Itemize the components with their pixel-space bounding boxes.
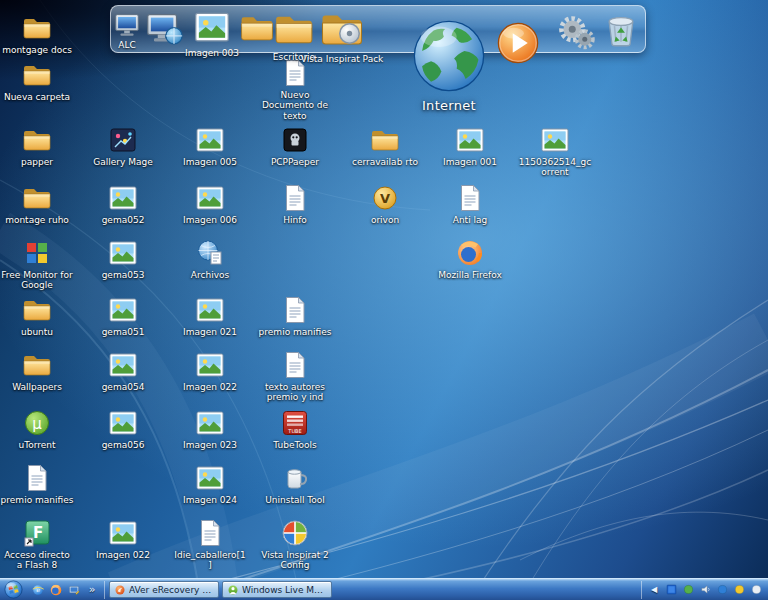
desktop-icon-label: texto autores premio y ind	[258, 382, 332, 403]
dock-item-my-computer[interactable]: ALC	[112, 9, 142, 43]
desktop-icon-hinfo[interactable]: Hinfo	[258, 180, 332, 225]
desktop-icon-label: Free Monitor for Google	[0, 270, 74, 291]
folder-icon	[0, 180, 74, 214]
desktop-icon-gema053[interactable]: gema053	[86, 235, 160, 280]
desktop-icon-label: Imagen 022	[173, 382, 247, 392]
tube-icon: TUBE	[258, 405, 332, 439]
task-aver-erecovery[interactable]: AVer eRecovery Man...	[109, 581, 219, 598]
tray-yellow-status-icon[interactable]	[732, 583, 746, 597]
desktop-icon-anti-lag[interactable]: Anti lag	[433, 180, 507, 225]
aver-icon	[114, 584, 126, 596]
image-icon	[173, 292, 247, 326]
desktop-icon-montage-ruho[interactable]: montage ruho	[0, 180, 74, 225]
desktop-icon-imagen-024[interactable]: Imagen 024	[173, 460, 247, 505]
desktop-icon-cerravailab-rto[interactable]: cerravailab rto	[348, 122, 422, 167]
text-icon	[433, 180, 507, 214]
image-icon	[173, 460, 247, 494]
desktop-icon-utorrent[interactable]: µuTorrent	[0, 405, 74, 450]
desktop-icon-orivon[interactable]: Vorivon	[348, 180, 422, 225]
desktop-icon-premio-manifies[interactable]: premio manifies	[258, 292, 332, 337]
desktop-icon-texto-autores-premio-y-ind[interactable]: texto autores premio y ind	[258, 347, 332, 403]
desktop-icon-idie-caballero-1[interactable]: Idie_caballero[1]	[173, 515, 247, 571]
task-windows-live-messenger[interactable]: Windows Live Messen...	[222, 581, 332, 598]
desktop-icon-imagen-021[interactable]: Imagen 021	[173, 292, 247, 337]
desktop-icon-label: Imagen 023	[173, 440, 247, 450]
fourgrid-icon	[0, 235, 74, 269]
desktop-icon-gema052[interactable]: gema052	[86, 180, 160, 225]
dock-item-imagen-003[interactable]: Imagen 003	[192, 7, 232, 51]
desktop-icon-label: cerravailab rto	[348, 157, 422, 167]
desktop-icon-label: TubeTools	[258, 440, 332, 450]
desktop-icon-imagen-001[interactable]: Imagen 001	[433, 122, 507, 167]
image-icon	[433, 122, 507, 156]
dock-item-documents-folder[interactable]	[238, 9, 276, 51]
folder-icon	[272, 7, 316, 55]
utorrent-icon: µ	[0, 405, 74, 439]
flash-icon: F	[0, 515, 74, 549]
desktop-icon-tubetools[interactable]: TUBETubeTools	[258, 405, 332, 450]
desktop-icon-premio-manifies[interactable]: premio manifies	[0, 460, 74, 505]
desktop-icon-free-monitor-for-google[interactable]: Free Monitor for Google	[0, 235, 74, 291]
desktop-icon-imagen-006[interactable]: Imagen 006	[173, 180, 247, 225]
computer2-icon	[144, 7, 184, 51]
desktop-icon-label: PCPPaeper	[258, 157, 332, 167]
dock-item-media-player[interactable]	[494, 19, 542, 71]
desktop-icon-label: gema053	[86, 270, 160, 280]
player-icon	[494, 19, 542, 71]
image-icon	[173, 405, 247, 439]
tray-white-status-icon[interactable]	[749, 583, 763, 597]
desktop-icon-uninstall-tool[interactable]: Uninstall Tool	[258, 460, 332, 505]
desktop-icon-vista-inspirat-2-config[interactable]: Vista Inspirat 2 Config	[258, 515, 332, 571]
desktop-icon-label: Idie_caballero[1]	[173, 550, 247, 571]
folder-icon	[0, 57, 74, 91]
dock-item-internet-globe[interactable]: Internet	[408, 15, 490, 101]
desktop-icon-papper[interactable]: papper	[0, 122, 74, 167]
foldercd-icon	[318, 5, 366, 57]
tray-blue-status-icon[interactable]	[715, 583, 729, 597]
desktop-icon-mozilla-firefox[interactable]: Mozilla Firefox	[433, 235, 507, 280]
cup-icon	[258, 460, 332, 494]
folder-icon	[348, 122, 422, 156]
desktop-icon-nuevo-documento-de-texto[interactable]: Nuevo Documento de texto	[258, 55, 332, 121]
desktop-icon-acceso-directo-a-flash-8[interactable]: F Acceso directo a Flash 8	[0, 515, 74, 571]
image-icon	[86, 235, 160, 269]
firefox-quicklaunch[interactable]	[48, 582, 64, 598]
text-icon	[258, 180, 332, 214]
svg-text:F: F	[33, 524, 43, 542]
dock-item-network-computer[interactable]	[144, 7, 184, 51]
tray-volume-icon[interactable]	[698, 583, 712, 597]
desktop-icon-imagen-022[interactable]: Imagen 022	[173, 347, 247, 392]
desktop-icon-gema051[interactable]: gema051	[86, 292, 160, 337]
start-button[interactable]	[0, 579, 26, 600]
system-tray: ◀	[641, 581, 768, 599]
desktop-icon-pcppaeper[interactable]: PCPPaeper	[258, 122, 332, 167]
tray-collapse-chevron[interactable]: ◀	[647, 583, 661, 597]
desktop-icon-gallery-mage[interactable]: Gallery Mage	[86, 122, 160, 167]
dock-item-vista-inspirat-pack-folder[interactable]: Vista Inspirat Pack	[318, 5, 366, 57]
desktop-icon-archivos[interactable]: Archivos	[173, 235, 247, 280]
desktop-icon-ubuntu[interactable]: ubuntu	[0, 292, 74, 337]
tray-green-status-icon[interactable]	[681, 583, 695, 597]
desktop-icon-label: Imagen 005	[173, 157, 247, 167]
desktop-icon-label: ubuntu	[0, 327, 74, 337]
text-icon	[0, 460, 74, 494]
quicklaunch-overflow-chevron[interactable]: »	[84, 582, 100, 598]
desktop-icon-imagen-005[interactable]: Imagen 005	[173, 122, 247, 167]
dock-item-escritorio-folder[interactable]: Escritorio	[272, 7, 316, 55]
dock-item-control-panel-gears[interactable]	[556, 13, 596, 57]
tray-blue-app-icon[interactable]	[664, 583, 678, 597]
desktop-icon-gema056[interactable]: gema056	[86, 405, 160, 450]
image-icon	[173, 122, 247, 156]
internet-explorer-quicklaunch[interactable]: e	[30, 582, 46, 598]
show-desktop-quicklaunch[interactable]	[66, 582, 82, 598]
dock-item-recycle-bin[interactable]	[600, 9, 642, 55]
desktop-icon-wallpapers[interactable]: Wallpapers	[0, 347, 74, 392]
folder-icon	[0, 292, 74, 326]
desktop-icon-imagen-023[interactable]: Imagen 023	[173, 405, 247, 450]
folder-icon	[238, 9, 276, 51]
desktop-icon-montgage-docs[interactable]: montgage docs	[0, 10, 74, 55]
desktop-icon-nueva-carpeta[interactable]: Nueva carpeta	[0, 57, 74, 102]
desktop-icon-gema054[interactable]: gema054	[86, 347, 160, 392]
desktop-icon-imagen-022[interactable]: Imagen 022	[86, 515, 160, 560]
desktop-icon-1150362514-gcorrent[interactable]: 1150362514_gcorrent	[518, 122, 592, 178]
